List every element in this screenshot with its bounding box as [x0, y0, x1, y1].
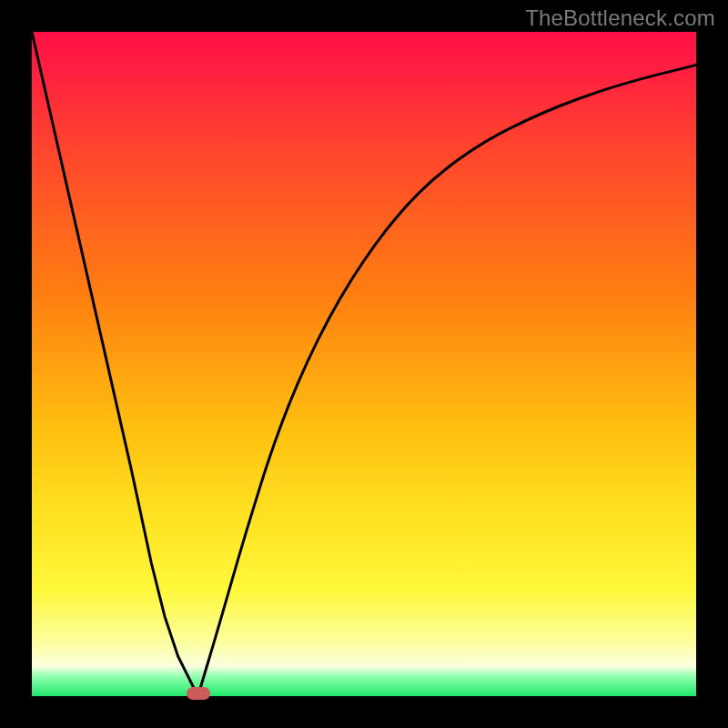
optimal-point-marker: [187, 687, 210, 700]
bottleneck-curve-path: [32, 32, 696, 696]
plot-area: [32, 32, 696, 696]
chart-frame: TheBottleneck.com: [0, 0, 728, 728]
watermark-text: TheBottleneck.com: [525, 5, 715, 31]
curve-svg: [32, 32, 696, 696]
